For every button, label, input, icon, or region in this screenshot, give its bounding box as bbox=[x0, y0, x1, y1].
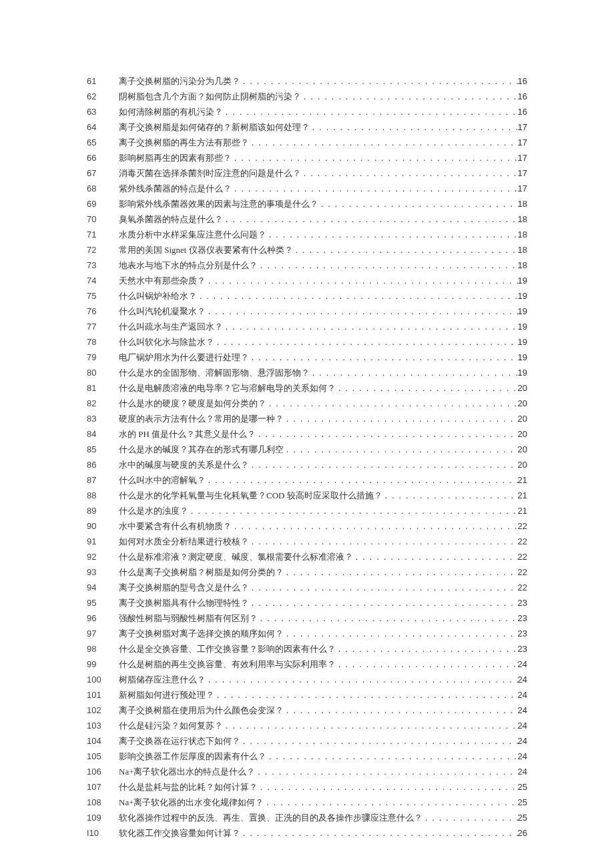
toc-entry-number: 80 bbox=[87, 365, 119, 380]
toc-entry-number: I10 bbox=[87, 825, 119, 841]
toc-entry-title: 强酸性树脂与弱酸性树脂有何区别？ bbox=[119, 610, 258, 626]
toc-entry-page: 24 bbox=[518, 703, 527, 718]
toc-row: 97离子交换树脂对离子选择交换的顺序如何？. . . . . . . . . .… bbox=[87, 626, 527, 641]
toc-entry-page: 23 bbox=[518, 595, 527, 610]
toc-row: 91如何对水质全分析结果进行校核？. . . . . . . . . . . .… bbox=[87, 534, 527, 549]
toc-entry-page: 25 bbox=[518, 810, 527, 825]
toc-entry-number: 71 bbox=[87, 227, 119, 242]
toc-entry-number: 102 bbox=[87, 703, 119, 718]
toc-entry-title: 离子交换树脂对离子选择交换的顺序如何？ bbox=[119, 626, 284, 641]
toc-leader-dots: . . . . . . . . . . . . . . . . . . . . … bbox=[188, 503, 518, 518]
toc-entry-number: 109 bbox=[87, 810, 119, 825]
toc-entry-page: 19 bbox=[518, 319, 527, 334]
toc-leader-dots: . . . . . . . . . . . . . . . . . . . . … bbox=[264, 795, 518, 810]
toc-row: 65离子交换树脂的再生方法有那些？. . . . . . . . . . . .… bbox=[87, 135, 527, 150]
toc-leader-dots: . . . . . . . . . . . . . . . . . . . . … bbox=[258, 779, 518, 795]
toc-row: 96强酸性树脂与弱酸性树脂有何区别？. . . . . . . . . . . … bbox=[87, 610, 527, 626]
toc-leader-dots: . . . . . . . . . . . . . . . . . . . . … bbox=[310, 119, 518, 135]
toc-entry-title: 什么是全交换容量、工作交换容量？影响的因素有什么？ bbox=[119, 641, 336, 657]
toc-entry-title: 什么是树脂的再生交换容量、有效利用率与实际利用率？ bbox=[119, 657, 336, 672]
toc-entry-page: 25 bbox=[518, 795, 527, 810]
toc-entry-title: 影响交换器工作层厚度的因素有什么？ bbox=[119, 749, 266, 764]
toc-row: 101新树脂如何进行预处理？. . . . . . . . . . . . . … bbox=[87, 687, 527, 703]
toc-entry-title: 什么是水的化学耗氧量与生化耗氧量？COD 较高时应采取什么措施？ bbox=[119, 488, 382, 503]
toc-leader-dots: . . . . . . . . . . . . . . . . . . . . … bbox=[293, 242, 518, 258]
toc-row: 79电厂锅炉用水为什么要进行处理？. . . . . . . . . . . .… bbox=[87, 350, 527, 365]
toc-entry-page: 18 bbox=[518, 258, 527, 273]
toc-entry-title: 阴树脂包含几个方面？如何防止阴树脂的污染？ bbox=[119, 89, 301, 104]
toc-entry-page: 17 bbox=[518, 135, 527, 150]
toc-leader-dots: . . . . . . . . . . . . . . . . . . . . … bbox=[318, 196, 518, 211]
toc-entry-page: 21 bbox=[518, 488, 527, 503]
toc-leader-dots: . . . . . . . . . . . . . . . . . . . . … bbox=[382, 488, 518, 503]
toc-entry-title: 如何对水质全分析结果进行校核？ bbox=[119, 534, 249, 549]
toc-entry-title: 新树脂如何进行预处理？ bbox=[119, 687, 214, 703]
toc-row: 104离子交换器在运行状态下如何？. . . . . . . . . . . .… bbox=[87, 733, 527, 749]
toc-entry-page: 17 bbox=[518, 181, 527, 196]
toc-entry-number: 85 bbox=[87, 442, 119, 457]
toc-entry-title: 天然水中有那些杂质？ bbox=[119, 273, 206, 288]
toc-row: 84水的 PH 值是什么？其意义是什么？. . . . . . . . . . … bbox=[87, 426, 527, 442]
toc-row: 77什么叫疏水与生产返回水？. . . . . . . . . . . . . … bbox=[87, 319, 527, 334]
toc-entry-page: 22 bbox=[518, 549, 527, 564]
toc-row: 105影响交换器工作层厚度的因素有什么？. . . . . . . . . . … bbox=[87, 749, 527, 764]
toc-entry-number: 74 bbox=[87, 273, 119, 288]
toc-leader-dots: . . . . . . . . . . . . . . . . . . . . … bbox=[284, 703, 518, 718]
toc-row: 61离子交换树脂的污染分为几类？. . . . . . . . . . . . … bbox=[87, 73, 527, 89]
toc-entry-page: 18 bbox=[518, 242, 527, 258]
toc-entry-title: 地表水与地下水的特点分别是什么？ bbox=[119, 258, 258, 273]
toc-leader-dots: . . . . . . . . . . . . . . . . . . . . … bbox=[284, 626, 518, 641]
toc-entry-number: 70 bbox=[87, 211, 119, 227]
toc-row: 108Na+离子软化器的出水变化规律如何？. . . . . . . . . .… bbox=[87, 795, 527, 810]
toc-entry-number: 69 bbox=[87, 196, 119, 211]
toc-row: 87什么叫水中的溶解氧？. . . . . . . . . . . . . . … bbox=[87, 472, 527, 488]
toc-entry-number: 101 bbox=[87, 687, 119, 703]
toc-entry-title: 水的 PH 值是什么？其意义是什么？ bbox=[119, 426, 256, 442]
toc-entry-number: 81 bbox=[87, 380, 119, 396]
toc-leader-dots: . . . . . . . . . . . . . . . . . . . . … bbox=[249, 595, 518, 610]
toc-entry-title: 什么叫疏水与生产返回水？ bbox=[119, 319, 223, 334]
toc-entry-page: 17 bbox=[518, 150, 527, 165]
toc-entry-title: 软化器操作过程中的反洗、再生、置换、正洗的目的及各操作步骤应注意什么？ bbox=[119, 810, 422, 825]
toc-entry-page: 22 bbox=[518, 580, 527, 595]
toc-leader-dots: . . . . . . . . . . . . . . . . . . . . … bbox=[256, 764, 518, 779]
toc-entry-page: 20 bbox=[518, 380, 527, 396]
toc-entry-page: 19 bbox=[518, 288, 527, 304]
toc-entry-number: 91 bbox=[87, 534, 119, 549]
toc-leader-dots: . . . . . . . . . . . . . . . . . . . . … bbox=[249, 457, 518, 472]
toc-entry-title: 什么是标准溶液？测定硬度、碱度、氯根需要什么标准溶液？ bbox=[119, 549, 353, 564]
toc-entry-title: 离子交换树脂的型号含义是什么？ bbox=[119, 580, 249, 595]
toc-row: 103什么是硅污染？如何复苏？. . . . . . . . . . . . .… bbox=[87, 718, 527, 733]
toc-entry-title: 水质分析中水样采集应注意什么问题？ bbox=[119, 227, 266, 242]
toc-entry-title: 离子交换树脂是如何储存的？新树脂该如何处理？ bbox=[119, 119, 310, 135]
toc-row: 63如何清除树脂的有机污染？. . . . . . . . . . . . . … bbox=[87, 104, 527, 119]
toc-entry-title: Na+离子软化器出水的特点是什么？ bbox=[119, 764, 256, 779]
toc-leader-dots: . . . . . . . . . . . . . . . . . . . . … bbox=[206, 304, 518, 319]
toc-row: 89什么是水的浊度？. . . . . . . . . . . . . . . … bbox=[87, 503, 527, 518]
toc-entry-page: 24 bbox=[518, 657, 527, 672]
toc-entry-number: 73 bbox=[87, 258, 119, 273]
toc-entry-title: 常用的美国 Signet 仪器仪表要紧有什么种类？ bbox=[119, 242, 293, 258]
toc-entry-page: 22 bbox=[518, 564, 527, 580]
toc-leader-dots: . . . . . . . . . . . . . . . . . . . . … bbox=[223, 319, 518, 334]
toc-entry-number: 88 bbox=[87, 488, 119, 503]
toc-entry-title: Na+离子软化器的出水变化规律如何？ bbox=[119, 795, 264, 810]
toc-leader-dots: . . . . . . . . . . . . . . . . . . . . … bbox=[353, 549, 518, 564]
toc-leader-dots: . . . . . . . . . . . . . . . . . . . . … bbox=[422, 810, 518, 825]
toc-entry-title: 离子交换器在运行状态下如何？ bbox=[119, 733, 240, 749]
toc-leader-dots: . . . . . . . . . . . . . . . . . . . . … bbox=[266, 749, 518, 764]
toc-leader-dots: . . . . . . . . . . . . . . . . . . . . … bbox=[206, 472, 518, 488]
toc-leader-dots: . . . . . . . . . . . . . . . . . . . . … bbox=[310, 365, 518, 380]
toc-row: 85什么是水的碱度？其存在的形式有哪几利空. . . . . . . . . .… bbox=[87, 442, 527, 457]
toc-leader-dots: . . . . . . . . . . . . . . . . . . . . … bbox=[249, 350, 518, 365]
toc-leader-dots: . . . . . . . . . . . . . . . . . . . . … bbox=[232, 150, 518, 165]
toc-entry-title: 什么是离子交换树脂？树脂是如何分类的？ bbox=[119, 564, 284, 580]
toc-row: 72常用的美国 Signet 仪器仪表要紧有什么种类？. . . . . . .… bbox=[87, 242, 527, 258]
toc-entry-number: 84 bbox=[87, 426, 119, 442]
toc-leader-dots: . . . . . . . . . . . . . . . . . . . . … bbox=[284, 411, 518, 426]
toc-entry-page: 23 bbox=[518, 641, 527, 657]
toc-leader-dots: . . . . . . . . . . . . . . . . . . . . … bbox=[223, 104, 518, 119]
toc-leader-dots: . . . . . . . . . . . . . . . . . . . . … bbox=[258, 258, 518, 273]
toc-entry-number: 96 bbox=[87, 610, 119, 626]
toc-entry-page: 17 bbox=[518, 165, 527, 181]
